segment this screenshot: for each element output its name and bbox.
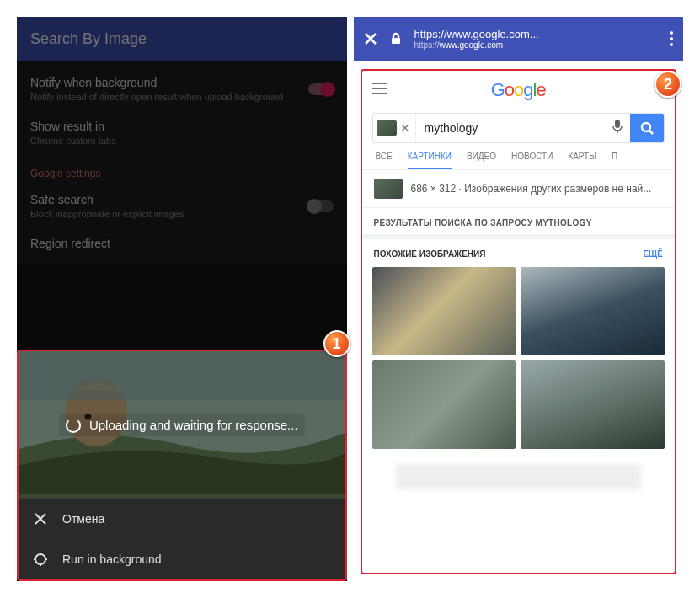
setting-sub: Notify instead of directly open result w… xyxy=(30,91,308,103)
cancel-label: Отмена xyxy=(62,512,104,526)
settings-list: Notify when background Notify instead of… xyxy=(17,61,347,265)
google-header: Google xyxy=(362,71,676,109)
safe-switch[interactable] xyxy=(308,200,334,212)
svg-rect-6 xyxy=(615,120,620,128)
url-main: https://www.google.com... xyxy=(414,28,659,40)
svg-point-4 xyxy=(35,554,45,564)
run-bg-label: Run in background xyxy=(62,553,162,566)
tab-more[interactable]: П xyxy=(612,152,617,169)
tab-maps[interactable]: КАРТЫ xyxy=(568,152,596,169)
close-icon xyxy=(34,512,47,526)
tab-news[interactable]: НОВОСТИ xyxy=(511,152,553,169)
more-link[interactable]: ЕЩЁ xyxy=(643,249,663,259)
upload-preview: Uploading and waiting for response... xyxy=(19,351,345,499)
url-sub: https://www.google.com xyxy=(414,40,659,50)
upload-actions: Отмена Run in background xyxy=(19,499,345,579)
search-bar: ✕ mythology xyxy=(372,113,665,143)
tab-video[interactable]: ВИДЕО xyxy=(467,152,496,169)
query-thumb xyxy=(377,120,397,136)
search-input[interactable]: mythology xyxy=(416,121,606,135)
search-button[interactable] xyxy=(630,114,664,142)
results-label: РЕЗУЛЬТАТЫ ПОИСКА ПО ЗАПРОСУ MYTHOLOGY xyxy=(362,208,676,234)
similar-label: ПОХОЖИЕ ИЗОБРАЖЕНИЯ xyxy=(374,249,486,259)
notify-switch[interactable] xyxy=(308,83,334,95)
upload-panel: Uploading and waiting for response... От… xyxy=(17,350,347,581)
run-background-button[interactable]: Run in background xyxy=(19,539,345,579)
clear-image-icon[interactable]: ✕ xyxy=(400,121,410,135)
image-size-row[interactable]: 686 × 312 · Изображения других размеров … xyxy=(362,170,676,208)
lock-icon xyxy=(389,32,403,45)
badge-1: 1 xyxy=(323,330,350,357)
section-header: Google settings xyxy=(17,156,347,184)
setting-title: Safe search xyxy=(30,193,308,206)
cancel-button[interactable]: Отмена xyxy=(19,499,345,539)
browser-bar: https://www.google.com... https://www.go… xyxy=(354,17,684,61)
google-logo: Google xyxy=(491,79,546,101)
setting-title: Show result in xyxy=(30,120,334,133)
url-box[interactable]: https://www.google.com... https://www.go… xyxy=(414,28,659,50)
svg-rect-5 xyxy=(392,38,400,44)
mic-icon[interactable] xyxy=(605,119,630,137)
similar-header: ПОХОЖИЕ ИЗОБРАЖЕНИЯ ЕЩЁ xyxy=(362,239,676,267)
left-phone: Search By Image Notify when background N… xyxy=(17,17,347,581)
svg-rect-3 xyxy=(19,351,345,400)
right-phone: https://www.google.com... https://www.go… xyxy=(354,17,684,581)
menu-icon[interactable] xyxy=(670,31,673,46)
upload-status-text: Uploading and waiting for response... xyxy=(89,418,298,432)
search-results-panel: Google ✕ mythology ВСЕ КАРТИНКИ xyxy=(361,69,677,574)
tab-all[interactable]: ВСЕ xyxy=(376,152,393,169)
setting-region[interactable]: Region redirect xyxy=(17,228,347,259)
setting-show-result[interactable]: Show result in Chrome custom tabs xyxy=(17,111,347,155)
upload-status: Uploading and waiting for response... xyxy=(59,414,305,436)
close-icon[interactable] xyxy=(364,32,377,45)
result-image[interactable] xyxy=(521,360,665,449)
result-image[interactable] xyxy=(521,267,665,355)
setting-sub: Block inappropriate or explicit images xyxy=(30,208,308,220)
query-image-chip[interactable]: ✕ xyxy=(373,114,416,142)
setting-safe-search[interactable]: Safe search Block inappropriate or expli… xyxy=(17,184,347,228)
result-image[interactable] xyxy=(372,267,516,355)
badge-2: 2 xyxy=(655,71,681,98)
setting-title: Notify when background xyxy=(30,76,308,89)
setting-title: Region redirect xyxy=(30,237,334,250)
result-image[interactable] xyxy=(372,360,516,449)
setting-sub: Chrome custom tabs xyxy=(30,135,334,147)
spinner-icon xyxy=(66,418,81,433)
size-text: 686 × 312 · Изображения других размеров … xyxy=(411,183,652,195)
svg-point-7 xyxy=(642,123,650,131)
tab-images[interactable]: КАРТИНКИ xyxy=(408,152,452,169)
app-header: Search By Image xyxy=(17,17,347,61)
app-title: Search By Image xyxy=(30,30,147,48)
background-icon xyxy=(34,553,47,566)
blurred-content xyxy=(396,464,642,489)
setting-notify[interactable]: Notify when background Notify instead of… xyxy=(17,67,347,111)
similar-images-grid xyxy=(362,267,676,449)
hamburger-icon[interactable] xyxy=(372,83,387,98)
search-tabs: ВСЕ КАРТИНКИ ВИДЕО НОВОСТИ КАРТЫ П xyxy=(362,143,676,170)
size-thumb xyxy=(374,179,403,199)
